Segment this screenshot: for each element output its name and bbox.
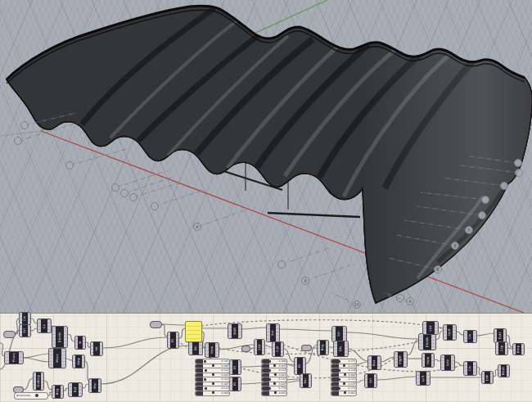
output-ports[interactable]	[79, 383, 82, 396]
output-ports[interactable]	[176, 332, 178, 348]
slider-knob[interactable]	[205, 387, 207, 390]
gh-component[interactable]: Item	[422, 354, 434, 367]
output-ports[interactable]	[82, 355, 84, 368]
gh-number-slider[interactable]: 0.778	[262, 386, 286, 391]
gh-component[interactable]: Divide	[52, 327, 67, 347]
output-ports[interactable]	[64, 327, 67, 347]
slider-knob[interactable]	[273, 382, 276, 385]
slider-knob[interactable]	[343, 364, 345, 367]
output-ports[interactable]	[215, 343, 219, 357]
slider-knob[interactable]	[273, 364, 276, 367]
output-ports[interactable]	[473, 331, 476, 342]
gh-component[interactable]: Cull	[273, 342, 283, 356]
gh-component[interactable]: Rng	[318, 341, 328, 355]
gh-number-slider[interactable]: 0.396	[262, 359, 286, 364]
gh-number-slider[interactable]: Amplitude	[15, 393, 47, 399]
gh-number-slider[interactable]: -0.003	[262, 391, 286, 395]
output-ports[interactable]	[98, 379, 101, 392]
output-ports[interactable]	[47, 319, 51, 332]
output-ports[interactable]	[61, 349, 65, 368]
gh-param-capsule[interactable]	[14, 387, 23, 392]
slider-knob[interactable]	[268, 378, 271, 381]
gh-component[interactable]: IsoU	[441, 355, 454, 370]
output-ports[interactable]	[451, 355, 454, 370]
output-ports[interactable]	[505, 342, 507, 355]
gh-number-slider[interactable]: -0.510	[196, 386, 229, 391]
slider-knob[interactable]	[212, 382, 214, 385]
rhino-perspective-viewport[interactable]: 6810ABEF	[0, 0, 532, 313]
gh-param-capsule[interactable]	[4, 332, 15, 337]
gh-number-slider[interactable]: -0.316	[262, 368, 286, 373]
output-ports[interactable]	[19, 352, 23, 364]
slider-knob[interactable]	[35, 394, 38, 397]
gh-component[interactable]: Srf	[332, 327, 346, 341]
slider-knob[interactable]	[268, 369, 271, 372]
gh-number-slider[interactable]: 0.371	[262, 377, 286, 382]
output-ports[interactable]	[83, 337, 85, 349]
slider-knob[interactable]	[268, 387, 271, 390]
output-ports[interactable]	[453, 325, 456, 340]
gh-number-slider[interactable]: 0.343	[196, 377, 229, 382]
output-ports[interactable]	[431, 334, 435, 350]
gh-component[interactable]: Shift	[228, 324, 241, 338]
gh-component[interactable]: Item	[205, 343, 219, 357]
output-ports[interactable]	[431, 354, 434, 367]
output-ports[interactable]	[309, 374, 311, 387]
gh-number-slider[interactable]: 0.345	[196, 359, 229, 364]
gh-param-capsule[interactable]	[242, 346, 250, 351]
slider-knob[interactable]	[274, 391, 277, 394]
gh-component[interactable]: Divide	[419, 334, 435, 350]
output-ports[interactable]	[503, 329, 506, 342]
output-ports[interactable]	[473, 362, 476, 375]
gh-number-slider[interactable]: 0.468	[196, 382, 229, 386]
slider-knob[interactable]	[344, 391, 346, 394]
output-ports[interactable]	[377, 356, 381, 369]
slider-knob[interactable]	[212, 373, 214, 376]
output-ports[interactable]	[238, 377, 241, 391]
gh-component[interactable]: Box	[368, 356, 381, 369]
gh-component[interactable]: Val	[189, 341, 202, 355]
gh-component[interactable]: N	[75, 337, 85, 349]
slider-knob[interactable]	[338, 360, 340, 363]
output-ports[interactable]	[374, 374, 376, 387]
gh-number-slider[interactable]: 0.375	[331, 359, 356, 364]
gh-component[interactable]: Srf	[20, 325, 30, 337]
output-ports[interactable]	[28, 325, 30, 337]
output-ports[interactable]	[28, 313, 30, 324]
gh-number-slider[interactable]: 0.470	[331, 382, 356, 386]
gh-panel[interactable]: 0.1.2.3.4.	[186, 322, 201, 341]
gh-component[interactable]: Ser	[267, 324, 279, 341]
gh-component[interactable]: Cap	[496, 342, 507, 355]
gh-component[interactable]: Pt	[295, 358, 305, 374]
gh-number-slider[interactable]: 0.035	[262, 364, 286, 368]
gh-number-slider[interactable]: 0.062	[331, 391, 356, 395]
gh-component[interactable]: Loft	[417, 372, 430, 385]
gh-component[interactable]: List	[423, 322, 438, 334]
slider-knob[interactable]	[212, 391, 214, 394]
output-ports[interactable]	[238, 360, 241, 374]
gh-component[interactable]: Pt	[230, 377, 241, 391]
slider-knob[interactable]	[338, 369, 340, 372]
gh-number-slider[interactable]: 0.036	[262, 382, 286, 386]
output-ports[interactable]	[490, 372, 493, 383]
slider-knob[interactable]	[344, 373, 346, 376]
gh-component[interactable]: Ln	[38, 319, 51, 332]
slider-knob[interactable]	[268, 360, 271, 363]
output-ports[interactable]	[100, 342, 102, 355]
gh-number-slider[interactable]: 0.068	[196, 391, 229, 395]
gh-component[interactable]: Srf	[365, 374, 376, 387]
output-ports[interactable]	[281, 342, 283, 356]
output-ports[interactable]	[238, 324, 241, 338]
gh-component[interactable]: Extr	[494, 329, 506, 342]
output-ports[interactable]	[345, 341, 348, 356]
gh-number-slider[interactable]: 0.772	[331, 386, 356, 391]
gh-component[interactable]: Plane	[5, 352, 23, 364]
gh-component[interactable]: Div	[334, 341, 348, 356]
gh-number-slider[interactable]: 0.470	[331, 364, 356, 368]
gh-component[interactable]: Crv	[464, 331, 476, 342]
slider-knob[interactable]	[338, 378, 340, 381]
gh-component[interactable]: Pt	[230, 360, 241, 374]
gh-component[interactable]: Vec	[300, 374, 311, 387]
slider-knob[interactable]	[204, 360, 206, 363]
gh-component[interactable]: Amp	[73, 355, 84, 368]
